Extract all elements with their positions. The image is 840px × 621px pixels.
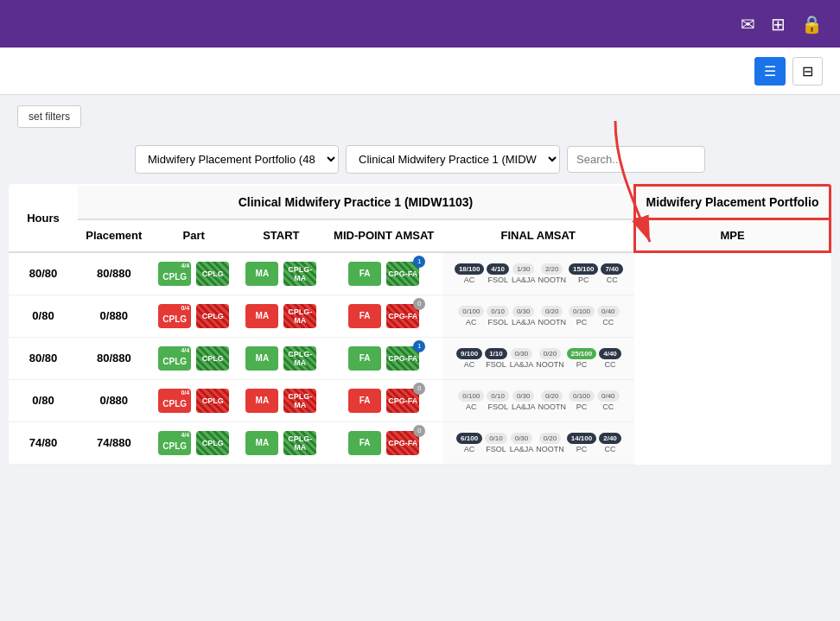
final-badge[interactable]: FA <box>348 262 381 286</box>
mpe-item: 4/10 FSOL <box>487 263 509 284</box>
start-badge[interactable]: 0/4 CPLG <box>158 304 191 328</box>
mpe-badge: 1/30 <box>512 263 535 275</box>
cell-start: 4/4 CPLG CPLG <box>150 421 238 464</box>
mpe-label: LA&JA <box>512 402 536 411</box>
cell-mpe: 0/100 AC 0/10 FSOL 0/30 LA&JA 0/20 NOOTN… <box>442 295 634 337</box>
mpe-badge: 0/30 <box>511 348 533 359</box>
cell-final: FA CPG-FA 1 <box>325 337 443 379</box>
cell-placement: 74/880 <box>78 421 150 464</box>
filter-area: set filters <box>0 95 840 138</box>
mpe-item: 0/30 LA&JA <box>510 433 534 453</box>
mpe-label: FSOL <box>487 402 508 411</box>
cell-hours: 0/80 <box>9 379 78 421</box>
mpe-badge: 0/20 <box>539 348 562 359</box>
clinical-dropdown[interactable]: Clinical Midwifery Practice 1 (MIDW <box>346 145 560 174</box>
start-hatch-badge[interactable]: CPLG <box>196 431 229 455</box>
col-header-mpe: Midwifery Placement Portfolio <box>634 186 830 219</box>
mpe-label: CC <box>604 360 615 369</box>
mpe-badge: 15/100 <box>569 263 598 275</box>
placement-value: 80/80 <box>29 267 58 280</box>
mpe-badge: 7/40 <box>601 263 623 275</box>
mpe-item: 4/40 CC <box>599 348 621 369</box>
reset-filters-button[interactable]: set filters <box>17 105 81 128</box>
mpe-badge: 0/30 <box>511 433 533 444</box>
mpe-label: LA&JA <box>510 445 534 453</box>
part-value: 80/880 <box>97 352 131 364</box>
mpe-item: 0/10 FSOL <box>487 306 509 326</box>
final-badge[interactable]: FA <box>348 431 381 455</box>
mpe-item: 0/100 PC <box>569 306 595 326</box>
midpoint-badge[interactable]: MA <box>245 304 278 328</box>
start-hatch-badge[interactable]: CPLG <box>196 262 229 286</box>
sub-header: ☰ ⊟ <box>0 48 840 95</box>
mpe-label: AC <box>464 276 475 284</box>
mpe-item: 0/10 FSOL <box>487 390 509 411</box>
list-view-button[interactable]: ☰ <box>754 57 786 86</box>
mpe-label: PC <box>578 276 589 284</box>
start-badge[interactable]: 4/4 CPLG <box>158 346 191 371</box>
grid-icon[interactable]: ⊞ <box>771 14 786 35</box>
lock-icon[interactable]: 🔒 <box>801 14 823 35</box>
start-hatch-badge[interactable]: CPLG <box>196 304 229 328</box>
envelope-icon[interactable]: ✉ <box>741 14 755 35</box>
table-row: 74/80 74/880 4/4 CPLG CPLG MA CPLG-MA <box>9 421 830 464</box>
mpe-label: NOOTN <box>538 318 566 326</box>
mpe-badge: 0/20 <box>539 433 562 444</box>
mpe-label: FSOL <box>487 276 508 284</box>
mpe-item: 25/100 PC <box>567 348 596 369</box>
start-hatch-badge[interactable]: CPLG <box>196 389 229 413</box>
cell-start: 4/4 CPLG CPLG <box>150 252 238 295</box>
mpe-item: 9/100 AC <box>456 348 482 369</box>
midpoint-hatch-badge[interactable]: CPLG-MA <box>283 346 316 371</box>
mpe-label: CC <box>602 318 614 326</box>
mpe-item: 0/20 NOOTN <box>538 390 566 411</box>
midpoint-hatch-badge[interactable]: CPLG-MA <box>283 304 316 328</box>
final-badge[interactable]: FA <box>348 304 381 328</box>
midpoint-hatch-badge[interactable]: CPLG-MA <box>283 262 316 286</box>
final-badge[interactable]: FA <box>348 389 381 413</box>
cell-final: FA CPG-FA 0 <box>325 379 443 421</box>
subrow-start: START <box>238 219 325 252</box>
mpe-label: NOOTN <box>538 402 566 411</box>
mpe-label: PC <box>576 402 588 411</box>
cell-start: 0/4 CPLG CPLG <box>150 379 238 421</box>
mpe-item: 2/20 NOOTN <box>538 263 566 284</box>
cell-hours: 74/80 <box>9 421 78 464</box>
midpoint-badge[interactable]: MA <box>245 346 278 371</box>
mpe-label: PC <box>576 360 588 369</box>
midpoint-badge[interactable]: MA <box>245 389 278 413</box>
cell-hours: 80/80 <box>9 252 78 295</box>
mpe-label: FSOL <box>486 445 506 453</box>
part-value: 74/880 <box>97 436 131 449</box>
mpe-label: PC <box>576 318 588 326</box>
mpe-item: 14/100 PC <box>567 433 596 453</box>
cell-placement: 0/880 <box>78 379 150 421</box>
midpoint-hatch-badge[interactable]: CPLG-MA <box>283 389 316 413</box>
mpe-item: 0/20 NOOTN <box>536 433 564 453</box>
part-value: 0/880 <box>100 394 129 407</box>
start-badge[interactable]: 4/4 CPLG <box>158 262 191 286</box>
grid-view-button[interactable]: ⊟ <box>792 57 823 86</box>
start-badge[interactable]: 4/4 CPLG <box>158 431 191 455</box>
mpe-item: 0/100 AC <box>458 390 484 411</box>
mpe-badge: 0/20 <box>541 306 563 317</box>
mpe-item: 0/40 CC <box>597 306 620 326</box>
subrow-final: FINAL AMSAT <box>442 219 634 252</box>
mpe-label: CC <box>602 402 614 411</box>
top-header: ✉ ⊞ 🔒 <box>0 0 840 48</box>
midpoint-badge[interactable]: MA <box>245 262 278 286</box>
start-hatch-badge[interactable]: CPLG <box>196 346 229 371</box>
portfolio-dropdown[interactable]: Midwifery Placement Portfolio (48 <box>135 145 339 174</box>
cell-mpe: 18/100 AC 4/10 FSOL 1/30 LA&JA 2/20 NOOT… <box>442 252 634 295</box>
search-input[interactable] <box>567 146 705 173</box>
start-badge[interactable]: 0/4 CPLG <box>158 389 191 413</box>
mpe-item: 15/100 PC <box>569 263 598 284</box>
final-badge[interactable]: FA <box>348 346 381 371</box>
mpe-badge: 0/100 <box>569 390 595 402</box>
midpoint-badge[interactable]: MA <box>245 431 278 455</box>
mpe-badge: 0/10 <box>487 390 509 402</box>
mpe-item: 1/30 LA&JA <box>512 263 536 284</box>
mpe-item: 0/20 NOOTN <box>536 348 564 369</box>
midpoint-hatch-badge[interactable]: CPLG-MA <box>283 431 316 455</box>
part-value: 0/880 <box>100 309 129 322</box>
